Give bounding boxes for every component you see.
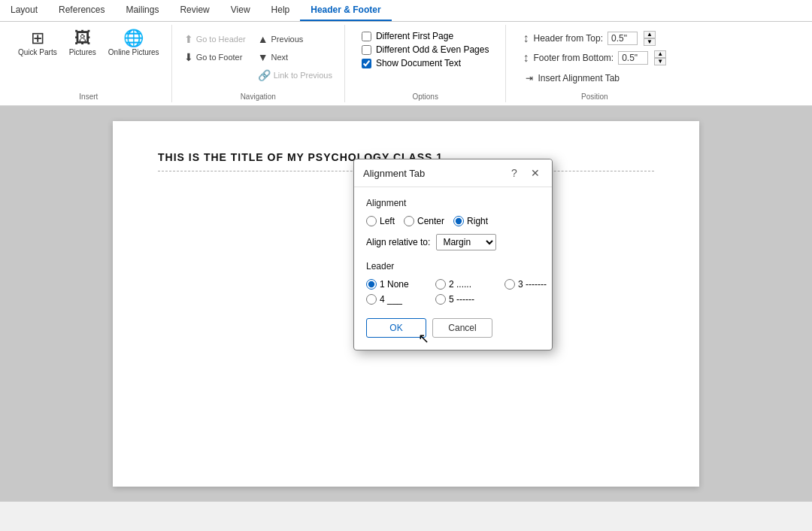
footer-bottom-down[interactable]: ▼ [654,58,666,65]
document-area: THIS IS THE TITLE OF MY PSYCHOLOGY CLASS… [0,106,812,502]
ribbon: Layout References Mailings Review View H… [0,0,812,106]
header-top-up[interactable]: ▲ [644,31,656,38]
group-navigation: ⬆ Go to Header ⬇ Go to Footer ▲ Previous… [172,25,345,102]
footer-bottom-up[interactable]: ▲ [654,50,666,58]
options-group-content: Different First Page Different Odd & Eve… [351,25,500,91]
pictures-label: Pictures [69,48,96,57]
center-radio[interactable] [404,216,414,226]
leader-4-item[interactable]: 4 ___ [366,294,426,305]
position-fields: ↕ Header from Top: 0.5" ▲ ▼ ↕ Footer fro… [514,28,675,88]
dialog-footer: OK ↖ Cancel [366,315,540,339]
nav-group-label: Navigation [241,91,276,102]
tab-view[interactable]: View [220,0,261,21]
show-document-text-checkbox[interactable] [362,59,371,68]
tab-mailings[interactable]: Mailings [115,0,169,21]
tab-header-footer[interactable]: Header & Footer [300,0,391,21]
leader-1-label: 1 None [380,279,409,290]
insert-alignment-tab-button[interactable]: ⇥ Insert Alignment Tab [523,71,666,85]
footer-bottom-spinner[interactable]: ▲ ▼ [654,50,666,65]
leader-3-radio[interactable] [504,279,515,290]
dialog-help-button[interactable]: ? [507,165,522,181]
tab-references[interactable]: References [48,0,115,21]
header-top-value[interactable]: 0.5" [607,32,638,45]
align-relative-row: Align relative to: Margin Indent [366,234,540,250]
dialog-overlay: Alignment Tab ? ✕ Alignment Left [113,121,699,487]
footer-bottom-icon: ↕ [523,51,529,65]
right-radio[interactable] [453,216,464,226]
dialog-title: Alignment Tab [363,168,425,179]
right-label: Right [467,216,488,226]
ribbon-content: ⊞ Quick Parts 🖼 Pictures 🌐 Online Pictur… [0,22,812,105]
show-document-text-row[interactable]: Show Document Text [362,58,489,68]
group-options: Different First Page Different Odd & Eve… [345,25,507,102]
leader-4-label: 4 ___ [380,294,402,305]
pictures-button[interactable]: 🖼 Pictures [65,28,101,59]
leader-4-radio[interactable] [366,294,377,305]
dialog-close-button[interactable]: ✕ [528,165,543,181]
insert-alignment-tab-label: Insert Alignment Tab [538,73,620,83]
go-to-footer-button[interactable]: ⬇ Go to Footer [180,49,250,65]
options-checkboxes: Different First Page Different Odd & Eve… [353,28,498,71]
left-label: Left [380,216,395,226]
group-insert: ⊞ Quick Parts 🖼 Pictures 🌐 Online Pictur… [6,25,172,102]
go-to-footer-icon: ⬇ [184,51,193,63]
online-pictures-icon: 🌐 [123,30,144,47]
previous-icon: ▲ [258,33,268,45]
leader-3-item[interactable]: 3 ------- [504,279,565,290]
ribbon-tabs: Layout References Mailings Review View H… [0,0,812,22]
header-top-down[interactable]: ▼ [644,38,656,46]
go-to-header-button[interactable]: ⬆ Go to Header [180,31,250,47]
different-odd-even-checkbox[interactable] [362,45,371,55]
footer-bottom-label: Footer from Bottom: [533,53,614,63]
position-group-content: ↕ Header from Top: 0.5" ▲ ▼ ↕ Footer fro… [512,25,677,91]
quick-parts-label: Quick Parts [18,48,57,57]
options-group-label: Options [412,91,438,102]
leader-1-item[interactable]: 1 None [366,279,426,290]
group-position: ↕ Header from Top: 0.5" ▲ ▼ ↕ Footer fro… [506,25,683,102]
leader-grid: 1 None 2 ...... 3 ------- [366,279,540,305]
insert-group-label: Insert [79,91,98,102]
right-radio-item[interactable]: Right [453,216,488,226]
align-relative-select[interactable]: Margin Indent [436,234,496,250]
previous-label: Previous [271,35,304,44]
ok-button[interactable]: OK [366,318,426,338]
cancel-button[interactable]: Cancel [432,318,492,338]
leader-1-radio[interactable] [366,279,377,290]
footer-bottom-value[interactable]: 0.5" [618,51,648,65]
quick-parts-icon: ⊞ [31,30,44,47]
different-first-page-checkbox[interactable] [362,32,371,41]
link-icon: 🔗 [258,69,271,81]
leader-5-radio[interactable] [435,294,446,305]
dialog-title-buttons: ? ✕ [507,165,543,181]
leader-row-2: 4 ___ 5 ------ [366,294,540,305]
center-radio-item[interactable]: Center [404,216,444,226]
tab-review[interactable]: Review [169,0,220,21]
quick-parts-button[interactable]: ⊞ Quick Parts [14,28,62,59]
position-group-label: Position [581,91,608,102]
header-top-icon: ↕ [523,32,529,45]
leader-2-item[interactable]: 2 ...... [435,279,495,290]
show-document-text-label: Show Document Text [376,58,461,68]
leader-5-item[interactable]: 5 ------ [435,294,495,305]
header-top-label: Header from Top: [533,33,603,44]
alignment-section-label: Alignment [366,198,540,208]
tab-help[interactable]: Help [261,0,301,21]
link-to-previous-button[interactable]: 🔗 Link to Previous [253,67,337,83]
tab-layout[interactable]: Layout [0,0,48,21]
leader-2-radio[interactable] [435,279,446,290]
different-first-page-label: Different First Page [376,31,453,41]
header-from-top-row: ↕ Header from Top: 0.5" ▲ ▼ [523,31,666,46]
header-top-spinner[interactable]: ▲ ▼ [644,31,656,46]
left-radio-item[interactable]: Left [366,216,395,226]
left-radio[interactable] [366,216,377,226]
online-pictures-button[interactable]: 🌐 Online Pictures [104,28,164,59]
next-label: Next [271,53,289,62]
leader-section-label: Leader [366,261,540,272]
different-odd-even-row[interactable]: Different Odd & Even Pages [362,44,489,55]
different-first-page-row[interactable]: Different First Page [362,31,489,41]
previous-button[interactable]: ▲ Previous [253,31,337,47]
document-page: THIS IS THE TITLE OF MY PSYCHOLOGY CLASS… [113,121,699,487]
next-button[interactable]: ▼ Next [253,49,337,65]
leader-row-1: 1 None 2 ...... 3 ------- [366,279,540,290]
footer-from-bottom-row: ↕ Footer from Bottom: 0.5" ▲ ▼ [523,50,666,65]
